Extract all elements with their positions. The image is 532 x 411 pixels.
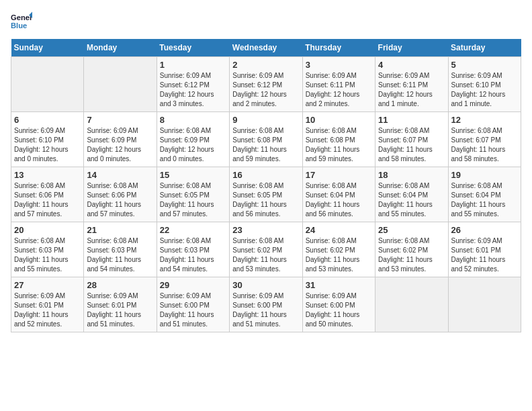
day-detail: Sunrise: 6:09 AMSunset: 6:01 PMDaylight:… [87,291,153,329]
dow-sunday: Sunday [11,39,84,57]
day-detail: Sunrise: 6:09 AMSunset: 6:12 PMDaylight:… [232,71,299,109]
day-number: 31 [306,280,372,290]
calendar-cell: 20Sunrise: 6:08 AMSunset: 6:03 PMDayligh… [11,222,84,277]
day-number: 13 [14,170,81,180]
calendar-cell: 3Sunrise: 6:09 AMSunset: 6:11 PMDaylight… [302,57,375,112]
day-detail: Sunrise: 6:09 AMSunset: 6:01 PMDaylight:… [451,236,518,274]
calendar-cell [84,57,157,112]
day-detail: Sunrise: 6:09 AMSunset: 6:01 PMDaylight:… [14,291,81,329]
days-of-week-row: SundayMondayTuesdayWednesdayThursdayFrid… [11,39,521,57]
day-detail: Sunrise: 6:08 AMSunset: 6:03 PMDaylight:… [160,236,226,274]
day-detail: Sunrise: 6:09 AMSunset: 6:12 PMDaylight:… [160,71,226,109]
day-number: 18 [378,170,445,180]
day-detail: Sunrise: 6:08 AMSunset: 6:02 PMDaylight:… [306,236,372,274]
calendar-table: SundayMondayTuesdayWednesdayThursdayFrid… [11,39,521,332]
week-row-5: 27Sunrise: 6:09 AMSunset: 6:01 PMDayligh… [11,277,521,332]
day-number: 1 [160,60,226,70]
calendar-cell: 13Sunrise: 6:08 AMSunset: 6:06 PMDayligh… [11,167,84,222]
calendar-cell: 12Sunrise: 6:08 AMSunset: 6:07 PMDayligh… [448,112,521,167]
day-number: 14 [87,170,153,180]
day-detail: Sunrise: 6:08 AMSunset: 6:06 PMDaylight:… [87,181,153,219]
calendar-cell: 4Sunrise: 6:09 AMSunset: 6:11 PMDaylight… [375,57,448,112]
day-detail: Sunrise: 6:09 AMSunset: 6:11 PMDaylight:… [378,71,445,109]
calendar-cell: 8Sunrise: 6:08 AMSunset: 6:09 PMDaylight… [157,112,229,167]
day-number: 6 [14,115,81,125]
day-detail: Sunrise: 6:09 AMSunset: 6:09 PMDaylight:… [87,126,153,164]
day-number: 8 [160,115,226,125]
day-number: 17 [306,170,372,180]
day-number: 28 [87,280,153,290]
day-number: 26 [451,225,518,235]
calendar-cell: 11Sunrise: 6:08 AMSunset: 6:07 PMDayligh… [375,112,448,167]
day-detail: Sunrise: 6:09 AMSunset: 6:00 PMDaylight:… [232,291,299,329]
day-detail: Sunrise: 6:08 AMSunset: 6:02 PMDaylight:… [232,236,299,274]
calendar-cell [448,277,521,332]
day-number: 3 [306,60,372,70]
calendar-cell: 27Sunrise: 6:09 AMSunset: 6:01 PMDayligh… [11,277,84,332]
calendar-cell: 26Sunrise: 6:09 AMSunset: 6:01 PMDayligh… [448,222,521,277]
calendar-cell: 23Sunrise: 6:08 AMSunset: 6:02 PMDayligh… [230,222,302,277]
day-detail: Sunrise: 6:08 AMSunset: 6:06 PMDaylight:… [14,181,81,219]
calendar-cell: 10Sunrise: 6:08 AMSunset: 6:08 PMDayligh… [302,112,375,167]
calendar-cell [375,277,448,332]
day-number: 19 [451,170,518,180]
day-number: 30 [232,280,299,290]
day-detail: Sunrise: 6:08 AMSunset: 6:05 PMDaylight:… [160,181,226,219]
calendar-cell: 22Sunrise: 6:08 AMSunset: 6:03 PMDayligh… [157,222,229,277]
day-detail: Sunrise: 6:09 AMSunset: 6:10 PMDaylight:… [451,71,518,109]
dow-tuesday: Tuesday [157,39,229,57]
day-detail: Sunrise: 6:08 AMSunset: 6:09 PMDaylight:… [160,126,226,164]
calendar-body: 1Sunrise: 6:09 AMSunset: 6:12 PMDaylight… [11,57,521,332]
day-detail: Sunrise: 6:08 AMSunset: 6:04 PMDaylight:… [451,181,518,219]
calendar-cell: 2Sunrise: 6:09 AMSunset: 6:12 PMDaylight… [230,57,302,112]
day-number: 21 [87,225,153,235]
day-number: 16 [232,170,299,180]
calendar-cell: 19Sunrise: 6:08 AMSunset: 6:04 PMDayligh… [448,167,521,222]
day-number: 12 [451,115,518,125]
dow-saturday: Saturday [448,39,521,57]
day-detail: Sunrise: 6:08 AMSunset: 6:03 PMDaylight:… [87,236,153,274]
dow-thursday: Thursday [302,39,375,57]
day-number: 24 [306,225,372,235]
day-number: 15 [160,170,226,180]
day-number: 10 [306,115,372,125]
calendar-cell: 18Sunrise: 6:08 AMSunset: 6:04 PMDayligh… [375,167,448,222]
day-number: 20 [14,225,81,235]
day-detail: Sunrise: 6:08 AMSunset: 6:03 PMDaylight:… [14,236,81,274]
week-row-2: 6Sunrise: 6:09 AMSunset: 6:10 PMDaylight… [11,112,521,167]
svg-text:Blue: Blue [11,21,27,30]
calendar-cell: 9Sunrise: 6:08 AMSunset: 6:08 PMDaylight… [230,112,302,167]
dow-wednesday: Wednesday [230,39,302,57]
calendar-cell: 15Sunrise: 6:08 AMSunset: 6:05 PMDayligh… [157,167,229,222]
calendar-cell: 21Sunrise: 6:08 AMSunset: 6:03 PMDayligh… [84,222,157,277]
dow-monday: Monday [84,39,157,57]
day-number: 25 [378,225,445,235]
week-row-1: 1Sunrise: 6:09 AMSunset: 6:12 PMDaylight… [11,57,521,112]
page-header: General Blue [11,11,521,32]
day-number: 23 [232,225,299,235]
svg-text:General: General [11,13,32,21]
day-number: 9 [232,115,299,125]
day-number: 7 [87,115,153,125]
week-row-4: 20Sunrise: 6:08 AMSunset: 6:03 PMDayligh… [11,222,521,277]
day-number: 2 [232,60,299,70]
day-detail: Sunrise: 6:09 AMSunset: 6:11 PMDaylight:… [306,71,372,109]
calendar-cell: 16Sunrise: 6:08 AMSunset: 6:05 PMDayligh… [230,167,302,222]
day-detail: Sunrise: 6:08 AMSunset: 6:04 PMDaylight:… [378,181,445,219]
calendar-cell: 31Sunrise: 6:09 AMSunset: 6:00 PMDayligh… [302,277,375,332]
calendar-cell: 29Sunrise: 6:09 AMSunset: 6:00 PMDayligh… [157,277,229,332]
logo: General Blue [11,11,32,32]
day-detail: Sunrise: 6:09 AMSunset: 6:00 PMDaylight:… [160,291,226,329]
calendar-cell: 14Sunrise: 6:08 AMSunset: 6:06 PMDayligh… [84,167,157,222]
day-detail: Sunrise: 6:09 AMSunset: 6:00 PMDaylight:… [306,291,372,329]
calendar-cell: 30Sunrise: 6:09 AMSunset: 6:00 PMDayligh… [230,277,302,332]
day-detail: Sunrise: 6:08 AMSunset: 6:04 PMDaylight:… [306,181,372,219]
calendar-cell: 5Sunrise: 6:09 AMSunset: 6:10 PMDaylight… [448,57,521,112]
day-detail: Sunrise: 6:08 AMSunset: 6:08 PMDaylight:… [306,126,372,164]
dow-friday: Friday [375,39,448,57]
logo-icon: General Blue [11,11,32,32]
day-number: 4 [378,60,445,70]
calendar-cell: 17Sunrise: 6:08 AMSunset: 6:04 PMDayligh… [302,167,375,222]
day-number: 29 [160,280,226,290]
day-number: 11 [378,115,445,125]
